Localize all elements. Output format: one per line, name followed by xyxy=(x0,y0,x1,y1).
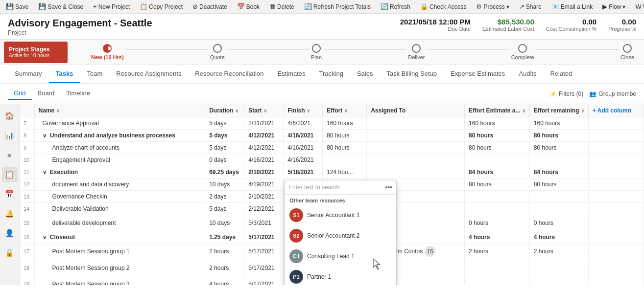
stage-circle-deliver xyxy=(412,44,421,53)
save-icon: 💾 xyxy=(6,3,14,10)
new-project-button[interactable]: + New Project xyxy=(90,2,133,11)
col-effort-rem-header[interactable]: Effort remaining ∨ xyxy=(529,104,588,117)
task-duration-cell: 69.25 days xyxy=(205,166,244,178)
resource-search-input[interactable] xyxy=(288,184,383,191)
task-duration-cell: 1.25 days xyxy=(205,231,244,244)
effort-sort-icon: ∨ xyxy=(344,108,348,113)
task-extra-cell xyxy=(588,203,644,215)
tab-tasks[interactable]: Tasks xyxy=(49,65,80,83)
word-templates-icon: W xyxy=(635,3,641,10)
toolbar: 💾 Save 💾 Save & Close + New Project 📋 Co… xyxy=(0,0,644,14)
add-column-button[interactable]: + Add column xyxy=(593,107,631,114)
nav-tasks-icon[interactable]: 📋 xyxy=(2,167,18,182)
filters-button[interactable]: ⚡ Filters (0) xyxy=(549,90,584,97)
nav-lock-icon[interactable]: 🔒 xyxy=(2,245,18,261)
dropdown-item[interactable]: S1 Senior Accountant 1 xyxy=(285,205,396,225)
tab-team[interactable]: Team xyxy=(80,65,110,83)
nav-list-icon[interactable]: ≡ xyxy=(2,147,18,163)
word-templates-button[interactable]: W Word Templates ▾ xyxy=(632,2,644,11)
stage-step-plan[interactable]: Plan xyxy=(311,44,322,60)
tab-task-billing-setup[interactable]: Task Billing Setup xyxy=(380,65,444,83)
view-timeline-button[interactable]: Timeline xyxy=(60,88,96,100)
stage-label-close: Close xyxy=(620,54,634,60)
table-row: 9 Analyze chart of accounts 5 days 4/12/… xyxy=(20,142,644,154)
copy-project-button[interactable]: 📋 Copy Project xyxy=(137,2,186,11)
col-duration-header[interactable]: Duration ∨ xyxy=(205,104,244,117)
deactivate-icon: ⊘ xyxy=(192,3,198,10)
nav-bell-icon[interactable]: 🔔 xyxy=(2,206,18,222)
filter-icon: ⚡ xyxy=(549,90,557,97)
expand-icon[interactable]: ∨ xyxy=(43,133,47,138)
view-grid-button[interactable]: Grid xyxy=(8,88,32,100)
tab-estimates[interactable]: Estimates xyxy=(270,65,312,83)
expand-icon[interactable]: ∨ xyxy=(43,169,47,175)
dropdown-item[interactable]: P1 Partner 1 xyxy=(285,267,396,285)
dropdown-item[interactable]: C1 Consulting Lead 1 xyxy=(285,246,396,267)
row-number: 19 xyxy=(20,276,34,285)
stage-collapse-button[interactable]: ‹ xyxy=(70,46,81,58)
tab-summary[interactable]: Summary xyxy=(8,65,49,83)
nav-calendar-icon[interactable]: 📅 xyxy=(2,186,18,202)
stage-step-new[interactable]: New (10 Hrs) xyxy=(91,44,124,60)
book-button[interactable]: 📅 Book xyxy=(234,2,262,11)
task-effort-rem-cell: 0 hours xyxy=(529,215,588,231)
nav-home-icon[interactable]: 🏠 xyxy=(2,108,18,124)
save-close-button[interactable]: 💾 Save & Close xyxy=(35,2,86,11)
nav-user-icon[interactable]: 👤 xyxy=(2,225,18,241)
task-effort-rem-cell xyxy=(529,203,588,215)
tab-related[interactable]: Related xyxy=(544,65,579,83)
task-assigned-cell xyxy=(367,117,465,130)
refresh-button[interactable]: 🔄 Refresh xyxy=(378,2,413,11)
col-add-header[interactable]: + Add column xyxy=(588,104,644,117)
save-button[interactable]: 💾 Save xyxy=(3,2,31,11)
col-effort-est-header[interactable]: Effort Estimate a... ∨ xyxy=(465,104,530,117)
task-finish-cell: 4/16/2021 xyxy=(284,142,323,154)
flow-button[interactable]: ▶ Flow ▾ xyxy=(599,2,628,11)
nav-chart-icon[interactable]: 📊 xyxy=(2,128,18,143)
stage-step-close[interactable]: Close xyxy=(620,44,634,60)
task-name-cell: ∨ Execution xyxy=(34,166,205,178)
dropdown-item[interactable]: S2 Senior Accountant 2 xyxy=(285,225,396,246)
refresh-totals-button[interactable]: 🔄 Refresh Project Totals xyxy=(301,2,374,11)
col-start-header[interactable]: Start ∨ xyxy=(244,104,284,117)
task-extra-cell xyxy=(588,142,644,154)
tab-resource-reconciliation[interactable]: Resource Reconciliation xyxy=(188,65,270,83)
col-effort-header[interactable]: Effort ∨ xyxy=(323,104,367,117)
effort-est-sort-icon: ∨ xyxy=(522,108,525,113)
task-effort-rem-cell xyxy=(529,260,588,276)
task-name-cell: Governance Approval xyxy=(34,117,205,130)
group-member-button[interactable]: 👥 Group membe xyxy=(589,90,636,97)
tab-resource-assignments[interactable]: Resource Assignments xyxy=(109,65,188,83)
col-assigned-header[interactable]: Assigned To xyxy=(367,104,465,117)
task-name: Engagement Approval xyxy=(52,156,110,163)
tab-expense-estimates[interactable]: Expense Estimates xyxy=(444,65,512,83)
stage-step-quote[interactable]: Quote xyxy=(210,44,225,60)
check-access-button[interactable]: 🔒 Check Access xyxy=(417,2,469,11)
delete-button[interactable]: 🗑 Delete xyxy=(266,2,297,11)
tab-audits[interactable]: Audits xyxy=(512,65,543,83)
stage-step-deliver[interactable]: Deliver xyxy=(408,44,425,60)
start-sort-icon: ∨ xyxy=(263,108,267,113)
tab-sales[interactable]: Sales xyxy=(350,65,380,83)
filter-label: Filters (0) xyxy=(559,90,584,97)
resource-badge[interactable]: 15 xyxy=(425,246,435,257)
view-selector: Grid Board Timeline ⚡ Filters (0) 👥 Grou… xyxy=(0,84,644,104)
estimated-cost-value: $85,530.00 xyxy=(482,18,534,26)
task-name: Governance Approval xyxy=(43,120,99,127)
expand-icon[interactable]: ∨ xyxy=(43,234,47,240)
email-link-button[interactable]: 📧 Email a Link xyxy=(549,2,596,11)
task-name: document and data discovery xyxy=(52,181,129,188)
tab-tracking[interactable]: Tracking xyxy=(312,65,350,83)
table-row: 10 Engagement Approval 0 days 4/16/2021 … xyxy=(20,154,644,166)
share-button[interactable]: ↗ Share xyxy=(516,2,545,11)
col-finish-header[interactable]: Finish ∨ xyxy=(284,104,323,117)
task-effort-rem-cell xyxy=(529,276,588,285)
process-button[interactable]: ⚙ Process ▾ xyxy=(473,2,512,11)
task-name: Analyze chart of accounts xyxy=(52,144,119,151)
view-board-button[interactable]: Board xyxy=(32,88,61,100)
task-extra-cell xyxy=(588,178,644,191)
deactivate-button[interactable]: ⊘ Deactivate xyxy=(190,2,230,11)
col-name-header[interactable]: Name ∨ xyxy=(34,104,205,117)
resource-search-dropdown[interactable]: ••• Other team resources S1 Senior Accou… xyxy=(284,180,397,285)
stage-step-complete[interactable]: Complete xyxy=(511,44,534,60)
